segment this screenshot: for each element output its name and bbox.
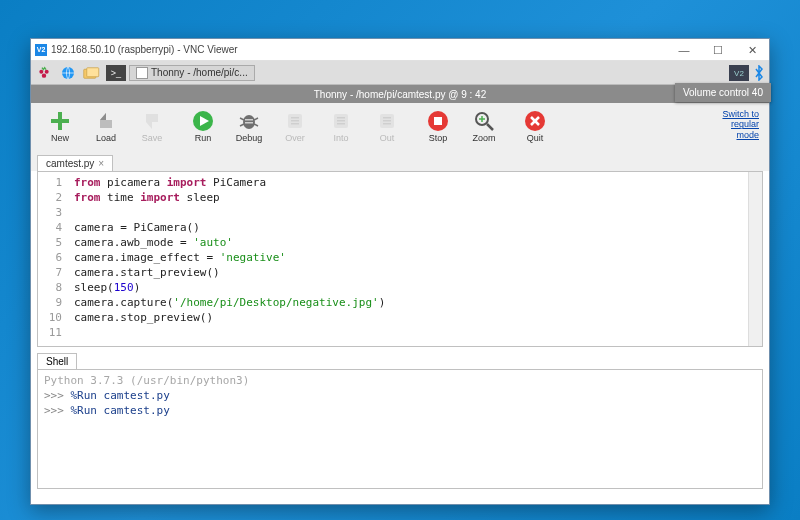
step-over-button: Over: [272, 110, 318, 143]
stop-button[interactable]: Stop: [415, 110, 461, 143]
svg-rect-24: [337, 123, 345, 125]
svg-rect-22: [337, 117, 345, 119]
svg-rect-5: [87, 67, 99, 76]
svg-rect-26: [383, 117, 391, 119]
line-gutter: 1 2 3 4 5 6 7 8 9 10 11: [38, 172, 68, 346]
thonny-task-label: Thonny - /home/pi/c...: [151, 67, 248, 78]
tab-label: camtest.py: [46, 158, 94, 169]
code-editor[interactable]: 1 2 3 4 5 6 7 8 9 10 11 from picamera im…: [37, 171, 763, 347]
volume-overlay: Volume control 40: [675, 83, 771, 102]
svg-point-0: [39, 69, 43, 73]
zoom-button[interactable]: Zoom: [461, 110, 507, 143]
new-button[interactable]: New: [37, 110, 83, 143]
debug-icon: [238, 110, 260, 132]
thonny-app-icon: [136, 67, 148, 79]
thonny-taskbar-item[interactable]: Thonny - /home/pi/c...: [129, 65, 255, 81]
load-button[interactable]: Load: [83, 110, 129, 143]
plus-icon: [49, 110, 71, 132]
raspberry-menu-icon[interactable]: [33, 63, 55, 83]
toolbar: New Load Save Run Debug Over Into: [31, 103, 769, 149]
svg-rect-23: [337, 120, 345, 122]
vnc-window: V2 192.168.50.10 (raspberrypi) - VNC Vie…: [30, 38, 770, 505]
step-into-icon: [330, 110, 352, 132]
svg-line-11: [240, 118, 244, 120]
quit-button[interactable]: Quit: [512, 110, 558, 143]
zoom-icon: [473, 110, 495, 132]
debug-button[interactable]: Debug: [226, 110, 272, 143]
svg-rect-16: [245, 122, 253, 124]
editor-scrollbar[interactable]: [748, 172, 762, 346]
svg-rect-27: [383, 120, 391, 122]
close-button[interactable]: ✕: [735, 39, 769, 61]
quit-icon: [524, 110, 546, 132]
svg-rect-30: [434, 117, 442, 125]
step-into-button: Into: [318, 110, 364, 143]
svg-rect-7: [51, 119, 69, 123]
svg-rect-19: [291, 120, 299, 122]
vnc-icon: V2: [35, 44, 47, 56]
step-over-icon: [284, 110, 306, 132]
vnc-tray-icon[interactable]: V2: [729, 65, 749, 81]
save-button: Save: [129, 110, 175, 143]
minimize-button[interactable]: —: [667, 39, 701, 61]
shell-panel[interactable]: Python 3.7.3 (/usr/bin/python3) >>> %Run…: [37, 369, 763, 489]
tab-close-icon[interactable]: ×: [98, 158, 104, 169]
switch-mode-link[interactable]: Switch to regular mode: [722, 109, 759, 140]
thonny-titlebar: Thonny - /home/pi/camtest.py @ 9 : 42: [31, 85, 769, 103]
vnc-title: 192.168.50.10 (raspberrypi) - VNC Viewer: [51, 44, 238, 55]
svg-line-14: [254, 124, 258, 126]
shell-line: >>> %Run camtest.py: [44, 403, 756, 418]
shell-line: >>> %Run camtest.py: [44, 388, 756, 403]
play-icon: [192, 110, 214, 132]
svg-rect-20: [291, 123, 299, 125]
file-manager-icon[interactable]: [81, 63, 103, 83]
thonny-title: Thonny - /home/pi/camtest.py @ 9 : 42: [314, 89, 486, 100]
svg-rect-28: [383, 123, 391, 125]
svg-rect-15: [245, 119, 253, 121]
vnc-titlebar[interactable]: V2 192.168.50.10 (raspberrypi) - VNC Vie…: [31, 39, 769, 61]
run-button[interactable]: Run: [180, 110, 226, 143]
svg-rect-18: [291, 117, 299, 119]
svg-line-32: [487, 124, 493, 130]
save-icon: [141, 110, 163, 132]
svg-point-2: [42, 73, 46, 77]
editor-tab-camtest[interactable]: camtest.py ×: [37, 155, 113, 171]
open-icon: [95, 110, 117, 132]
svg-line-12: [254, 118, 258, 120]
stop-icon: [427, 110, 449, 132]
editor-tabs: camtest.py ×: [31, 149, 769, 171]
rpi-taskbar: >_ Thonny - /home/pi/c... V2 Volume cont…: [31, 61, 769, 85]
shell-header: Python 3.7.3 (/usr/bin/python3): [44, 373, 756, 388]
code-area[interactable]: from picamera import PiCamera from time …: [68, 172, 748, 346]
svg-point-1: [45, 69, 49, 73]
shell-tabs: Shell: [37, 351, 763, 369]
maximize-button[interactable]: ☐: [701, 39, 735, 61]
svg-line-13: [240, 124, 244, 126]
shell-tab[interactable]: Shell: [37, 353, 77, 369]
terminal-icon[interactable]: >_: [105, 63, 127, 83]
browser-icon[interactable]: [57, 63, 79, 83]
step-out-icon: [376, 110, 398, 132]
step-out-button: Out: [364, 110, 410, 143]
bluetooth-icon[interactable]: [753, 65, 765, 81]
